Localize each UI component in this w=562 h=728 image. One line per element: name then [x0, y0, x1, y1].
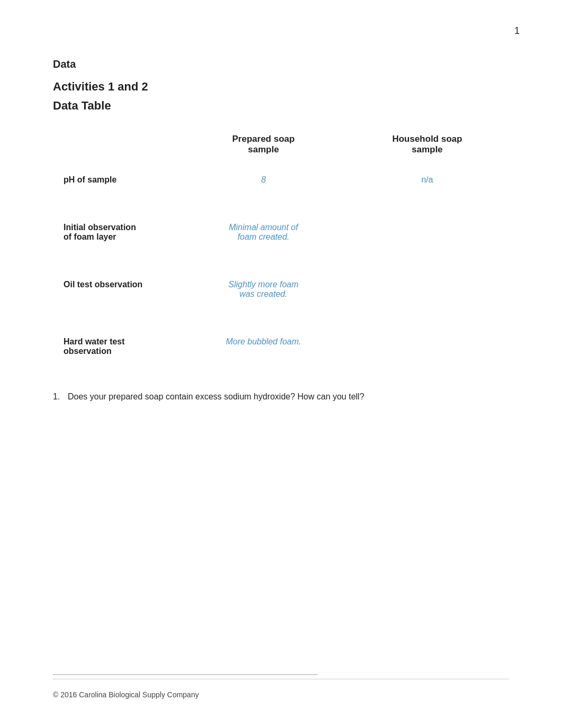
- footer-text: © 2016 Carolina Biological Supply Compan…: [53, 690, 199, 699]
- row-household-value-3: [346, 327, 509, 366]
- data-table: Prepared soap sample Household soap samp…: [53, 129, 509, 366]
- row-label-3: Hard water test observation: [53, 327, 182, 366]
- row-label-2: Oil test observation: [53, 270, 182, 308]
- footer-divider: [53, 679, 509, 679]
- question-number-0: 1.: [53, 392, 64, 402]
- section-activities-heading: Activities 1 and 2: [53, 80, 509, 94]
- table-row: Hard water test observationMore bubbled …: [53, 327, 509, 366]
- row-label-0: pH of sample: [53, 166, 182, 194]
- row-prepared-value-1: Minimal amount of foam created.: [182, 213, 345, 251]
- question-item-0: 1.Does your prepared soap contain excess…: [53, 392, 509, 402]
- col-header-household: Household soap sample: [346, 129, 509, 166]
- row-prepared-value-0: 8: [182, 166, 345, 194]
- bottom-decorative-line: [53, 674, 318, 675]
- row-household-value-2: [346, 270, 509, 308]
- table-spacer-row: [53, 194, 509, 213]
- table-row: Initial observation of foam layerMinimal…: [53, 213, 509, 251]
- row-label-1: Initial observation of foam layer: [53, 213, 182, 251]
- question-text-0: Does your prepared soap contain excess s…: [68, 392, 364, 402]
- row-prepared-value-2: Slightly more foam was created.: [182, 270, 345, 308]
- row-household-value-1: [346, 213, 509, 251]
- section-data-heading: Data: [53, 58, 509, 70]
- row-prepared-value-3: More bubbled foam.: [182, 327, 345, 366]
- page-number: 1: [514, 25, 520, 37]
- table-row: Oil test observationSlightly more foam w…: [53, 270, 509, 308]
- table-spacer-row: [53, 251, 509, 270]
- row-household-value-0: n/a: [346, 166, 509, 194]
- question-section: 1.Does your prepared soap contain excess…: [53, 392, 509, 402]
- col-header-prepared: Prepared soap sample: [182, 129, 345, 166]
- table-row: pH of sample8n/a: [53, 166, 509, 194]
- table-spacer-row: [53, 308, 509, 327]
- section-datatable-heading: Data Table: [53, 99, 509, 113]
